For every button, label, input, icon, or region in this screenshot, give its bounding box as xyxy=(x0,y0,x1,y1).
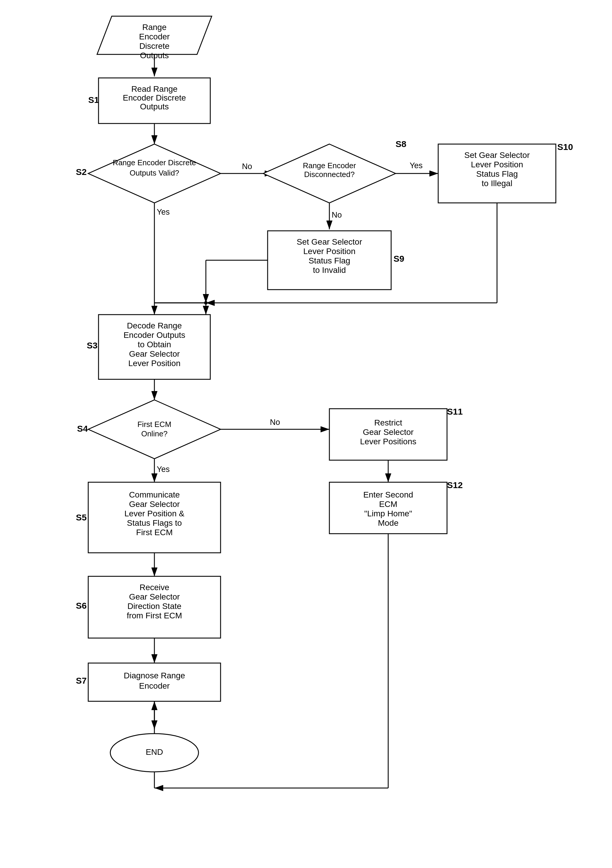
s12-text3: "Limp Home" xyxy=(364,509,412,518)
no-label-s8: No xyxy=(332,211,342,219)
s3-text3: to Obtain xyxy=(138,340,171,349)
s1-label: S1 xyxy=(88,95,99,105)
s6-text2: Gear Selector xyxy=(129,592,180,601)
s10-text4: to Illegal xyxy=(482,179,512,188)
s3-text4: Gear Selector xyxy=(129,349,180,358)
no-label-s2: No xyxy=(242,162,253,171)
s9-text1: Set Gear Selector xyxy=(297,237,362,246)
s10-label: S10 xyxy=(557,142,573,152)
s7-text2: Encoder xyxy=(139,681,170,690)
s8-text1: Range Encoder xyxy=(303,161,356,170)
s5-text4: Status Flags to xyxy=(127,518,182,527)
s3-text1: Decode Range xyxy=(127,321,182,330)
s5-text2: Gear Selector xyxy=(129,499,180,509)
s12-label: S12 xyxy=(447,480,463,490)
start-label3: Discrete xyxy=(139,42,170,51)
s1-text3: Outputs xyxy=(140,102,169,111)
s10-text2: Lever Position xyxy=(471,160,523,169)
flowchart-container: Range Encoder Discrete Outputs Read Rang… xyxy=(0,0,612,868)
s4-text2: Online? xyxy=(141,429,167,438)
s4-label: S4 xyxy=(77,424,88,433)
s11-text3: Lever Positions xyxy=(360,437,416,446)
s8-label: S8 xyxy=(395,139,406,149)
s11-label: S11 xyxy=(447,407,463,416)
s8-text2: Disconnected? xyxy=(304,170,355,179)
s10-text1: Set Gear Selector xyxy=(464,150,530,160)
s3-text2: Encoder Outputs xyxy=(124,330,185,339)
yes-label-s8: Yes xyxy=(410,161,423,170)
s12-text2: ECM xyxy=(379,499,397,509)
s9-text2: Lever Position xyxy=(303,247,355,256)
s11-text1: Restrict xyxy=(374,418,402,427)
s5-text1: Communicate xyxy=(129,490,180,499)
s11-text2: Gear Selector xyxy=(363,428,414,437)
start-label2: Encoder xyxy=(139,32,170,41)
s5-text3: Lever Position & xyxy=(124,509,184,518)
s7-label: S7 xyxy=(76,676,87,685)
start-label: Range xyxy=(143,23,167,32)
s9-text3: Status Flag xyxy=(308,256,350,265)
s1-text1: Read Range xyxy=(131,84,177,93)
s4-text1: First ECM xyxy=(137,420,172,429)
s1-text2: Encoder Discrete xyxy=(123,93,186,102)
s6-label: S6 xyxy=(76,601,87,611)
s3-label: S3 xyxy=(87,341,98,350)
s6-text3: Direction State xyxy=(127,601,181,611)
s2-text1: Range Encoder Discrete xyxy=(113,158,196,167)
s3-text5: Lever Position xyxy=(128,359,180,368)
no-label-s4: No xyxy=(270,418,280,427)
end-text: END xyxy=(146,747,163,756)
yes-label-s4: Yes xyxy=(157,465,170,474)
s7-text1: Diagnose Range xyxy=(124,671,185,680)
s12-text4: Mode xyxy=(378,518,398,527)
s2-label: S2 xyxy=(76,167,87,177)
s10-text3: Status Flag xyxy=(476,169,518,178)
s2-text2: Outputs Valid? xyxy=(130,169,180,177)
s9-text4: to Invalid xyxy=(313,265,346,274)
s6-text4: from First ECM xyxy=(127,611,182,620)
s5-label: S5 xyxy=(76,513,87,522)
s9-label: S9 xyxy=(394,254,404,264)
s6-text1: Receive xyxy=(139,583,169,592)
yes-label-s2: Yes xyxy=(157,208,170,216)
s5-text5: First ECM xyxy=(136,528,173,537)
s12-text1: Enter Second xyxy=(363,490,413,499)
